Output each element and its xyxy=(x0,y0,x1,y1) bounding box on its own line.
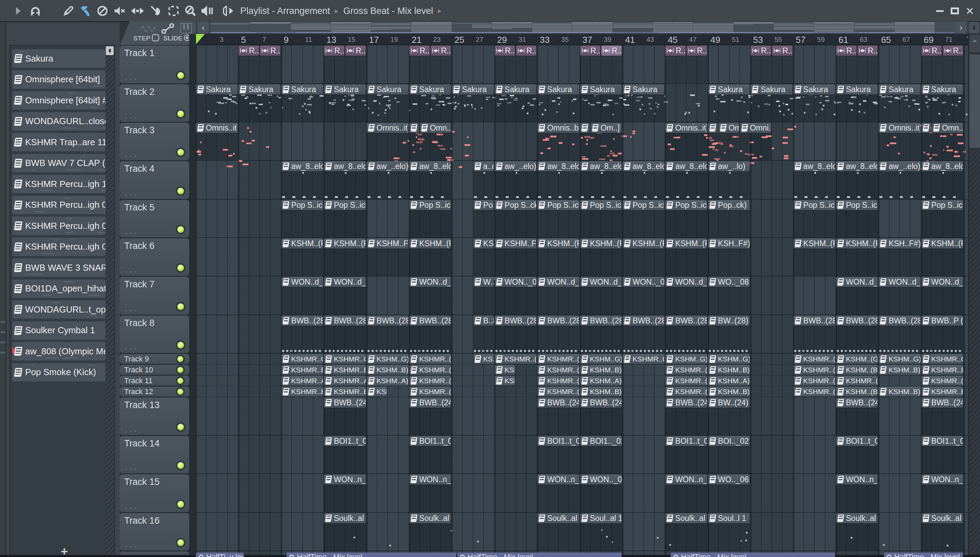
clip[interactable]: KSHM..B) xyxy=(879,365,920,375)
clip[interactable]: BWB..(24) xyxy=(836,397,877,408)
pattern-list-item[interactable]: KSHMR Percu..igh 04 (B) xyxy=(12,238,106,256)
clip[interactable]: WON..d_08 xyxy=(921,277,963,287)
clip[interactable]: WON.._08 xyxy=(495,277,536,287)
pattern-list-item[interactable]: WONDAGURL..closed_08 xyxy=(12,112,106,130)
clip[interactable]: KSHM..B) xyxy=(495,365,515,375)
pattern-list-item[interactable]: WONDAGURL..t_open_06 xyxy=(12,300,106,319)
scroll-up-button[interactable]: ⌃ xyxy=(969,35,980,52)
track-mute-led[interactable] xyxy=(176,366,185,374)
paint-brush-tool-icon[interactable] xyxy=(78,0,93,22)
clip[interactable]: aw_..elo) xyxy=(495,161,536,171)
zoom-tool-icon[interactable] xyxy=(182,0,199,22)
clip[interactable]: WON..d_08 xyxy=(537,277,579,287)
clip[interactable]: KSHM..B) xyxy=(367,387,387,396)
clip[interactable]: W..8 xyxy=(473,277,494,287)
clip[interactable]: Omni..t] xyxy=(740,123,771,133)
clip[interactable]: Omn..] xyxy=(420,123,451,133)
clip[interactable]: KSHM..(F#) xyxy=(794,238,835,249)
track-header[interactable]: Track 10 xyxy=(120,365,189,375)
play-icon[interactable] xyxy=(12,0,24,22)
track-header[interactable]: Track 8··· xyxy=(120,316,189,353)
track-row[interactable]: BWB..(28)BWB..(28)BWB..(28)BWB..(28)B..8… xyxy=(196,315,968,353)
clip[interactable]: BWB..(28) xyxy=(537,316,579,326)
clip[interactable]: HalfTime - Mix level xyxy=(671,552,835,557)
clip[interactable]: KSHMR..A) xyxy=(324,376,366,386)
clip[interactable]: WON..d_08 xyxy=(281,277,323,287)
track-header[interactable]: Track 4··· xyxy=(120,161,189,199)
clip[interactable]: KSHM..(G) xyxy=(836,354,877,364)
clip[interactable]: KSH..F#) xyxy=(708,238,750,249)
clip[interactable]: aw_8..elo) xyxy=(794,161,835,171)
clip[interactable]: WON..n_06 xyxy=(409,474,451,485)
clip[interactable]: Pop S..ick) xyxy=(665,200,707,210)
clip[interactable]: Soulk..al 1 xyxy=(665,513,707,523)
track-mute-led[interactable] xyxy=(176,500,185,509)
clip[interactable]: KSHMR..(G) xyxy=(537,354,579,364)
clip[interactable]: R.. xyxy=(345,46,366,56)
arrangement-title[interactable]: Gross Beat - Mix level xyxy=(343,6,433,16)
clip[interactable]: KSHMR..(A) xyxy=(537,376,579,386)
clip[interactable] xyxy=(708,123,718,133)
clip[interactable]: Sakura xyxy=(281,84,323,94)
song-overview-minimap[interactable] xyxy=(210,22,955,33)
clip[interactable]: KSHM..A) xyxy=(708,376,750,386)
clip[interactable]: WON..n_06 xyxy=(921,474,963,485)
clip[interactable]: KSHMR..(B) xyxy=(537,387,579,396)
clip[interactable]: aw_8..elo) xyxy=(665,161,707,171)
clip[interactable]: Pop..ck) xyxy=(708,200,750,210)
clip[interactable]: KSH..F#) xyxy=(879,238,920,249)
clip[interactable]: KSHM..G) xyxy=(708,354,750,364)
track-mute-led[interactable] xyxy=(176,538,185,547)
clip[interactable]: KSHMR..(G) xyxy=(794,354,835,364)
pattern-list-item[interactable]: KSHMR Percu..igh 01 (A) xyxy=(12,217,106,235)
clip[interactable]: Pop S..ick) xyxy=(409,200,451,210)
clip[interactable]: BWB..(28) xyxy=(879,316,920,326)
clip[interactable]: Pop S..ick) xyxy=(324,200,366,210)
clip[interactable]: R.. xyxy=(260,46,280,56)
track-row[interactable]: KSHM..(F#)KSHM..(F#)KSHM..F#)KSHM..(F#)K… xyxy=(196,238,968,277)
clip[interactable]: Pop S..ick) xyxy=(537,200,579,210)
clip[interactable]: Pop S..ick) xyxy=(623,200,664,210)
clip[interactable]: KSHMR..B) xyxy=(324,365,366,375)
clip[interactable]: WON..d_08 xyxy=(836,277,877,287)
clip[interactable]: Pop S..ick) xyxy=(794,200,835,210)
clip[interactable]: HalfTime - Mix level xyxy=(884,552,963,557)
track-header[interactable]: Track 6··· xyxy=(120,238,189,276)
clip[interactable]: aw_..elo) xyxy=(879,161,920,171)
track-row[interactable]: Soulk..al 1Soulk..al 1Soulk..al 1Soul..a… xyxy=(196,513,968,551)
clip[interactable]: BWB..(24) xyxy=(324,397,366,408)
clip[interactable]: KSHM..(F#) xyxy=(537,238,579,249)
clip[interactable]: KSHM..B) xyxy=(708,387,750,396)
clip[interactable]: aw_8..elo) xyxy=(921,161,963,171)
clip[interactable]: KSHMR..(B) xyxy=(794,365,835,375)
track-row[interactable]: Pop S..ick)Pop S..ick)Pop S..ick)Po..)Po… xyxy=(196,200,968,238)
clip[interactable]: Sakura xyxy=(367,84,408,94)
track-mute-led[interactable] xyxy=(176,388,185,396)
minimize-button[interactable] xyxy=(933,0,947,22)
clip[interactable]: KSHM..(F#) xyxy=(324,238,366,249)
clip[interactable]: KSHM..A) xyxy=(580,376,622,386)
clip[interactable]: Omnis..it] xyxy=(665,123,707,133)
clip[interactable]: KS.. xyxy=(473,354,494,364)
clip[interactable]: WON..d_08 xyxy=(324,277,366,287)
clip[interactable]: KSHMR..G) xyxy=(324,354,366,364)
clip[interactable]: HalfTime - Mix level xyxy=(457,552,622,557)
clip[interactable]: Sakura xyxy=(580,84,622,94)
clip[interactable]: Sakura xyxy=(751,84,792,94)
clip[interactable]: aw_8..elo) xyxy=(324,161,366,171)
clip[interactable]: BWB..(24) xyxy=(580,397,622,408)
clip[interactable]: Sakura xyxy=(623,84,664,94)
clip[interactable]: Sakura xyxy=(196,84,237,94)
clip[interactable]: KSHM..G) xyxy=(879,354,920,364)
clip[interactable]: Pop S..ick) xyxy=(836,200,877,210)
clip[interactable]: R.. xyxy=(324,46,345,56)
panel-resize-gutter[interactable] xyxy=(0,23,6,557)
clip[interactable]: Omnis..bit] xyxy=(537,123,579,133)
clip[interactable]: a..o) xyxy=(473,161,494,171)
clip[interactable]: KSHM..(F#) xyxy=(921,238,963,249)
clip[interactable]: Sakura xyxy=(708,84,750,94)
clip[interactable]: Omn..] xyxy=(719,123,739,133)
clip[interactable]: KSHMR..(G) xyxy=(409,354,451,364)
clip[interactable]: KSHM..G) xyxy=(367,354,408,364)
clip[interactable]: Om..] xyxy=(591,123,622,133)
